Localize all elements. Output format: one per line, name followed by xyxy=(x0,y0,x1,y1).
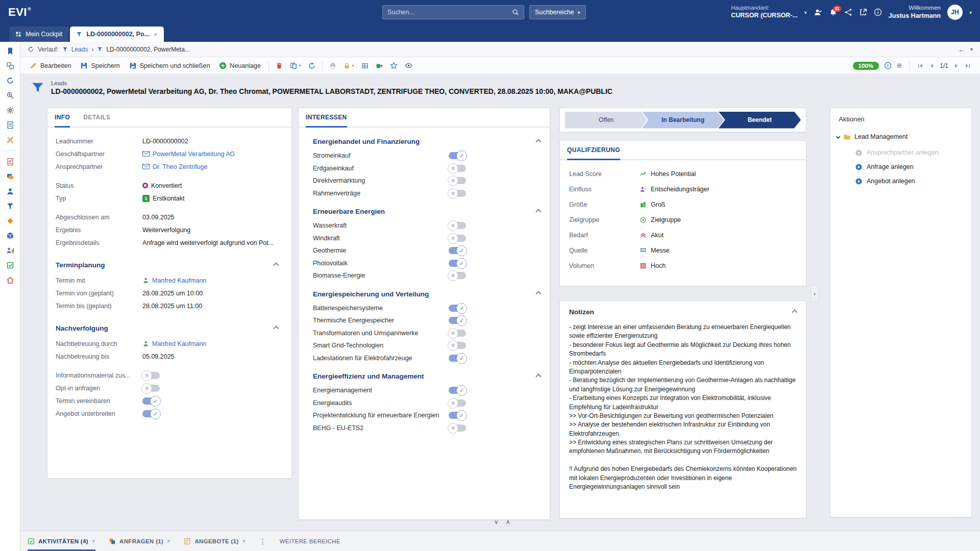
toggle-windkraft[interactable] xyxy=(449,235,466,242)
scroll-down-icon[interactable]: ∨ xyxy=(494,518,499,525)
save-close-button[interactable]: Speichern und schließen xyxy=(125,59,214,72)
search-config-icon[interactable] xyxy=(6,91,14,99)
collapse-icon[interactable] xyxy=(792,309,797,315)
bookmark-icon[interactable] xyxy=(6,47,14,55)
collapse-icon[interactable] xyxy=(273,262,279,268)
toggle-photovoltaik[interactable] xyxy=(449,260,466,267)
toggle-energiemanagement[interactable] xyxy=(449,387,466,394)
section-nachverfolgung[interactable]: Nachverfolgung xyxy=(56,324,282,332)
collapse-icon[interactable] xyxy=(535,373,541,379)
client-selector[interactable]: Hauptmandant: CURSOR (CURSOR-... xyxy=(731,5,798,19)
breadcrumb-current[interactable]: LD-0000000002, PowerMeta... xyxy=(106,46,189,53)
toggle-behg[interactable] xyxy=(449,424,466,432)
search-areas-button[interactable]: Suchbereiche ▾ xyxy=(529,5,585,19)
action-ansprechpartner-anlegen[interactable]: Ansprechpartner anlegen xyxy=(855,145,965,160)
report-icon[interactable] xyxy=(6,121,14,129)
settings-gear-icon[interactable] xyxy=(6,106,14,114)
tab-mein-cockpit[interactable]: Mein Cockpit xyxy=(9,27,68,42)
section-energiehandel[interactable]: Energiehandel und Finanzierung xyxy=(313,138,542,145)
panel-expander[interactable]: › xyxy=(811,285,819,302)
export-button[interactable] xyxy=(373,59,386,72)
tab-interessen[interactable]: INTERESSEN xyxy=(306,108,347,128)
nachbetreuung-link[interactable]: Manfred Kaufmann xyxy=(152,340,206,347)
toggle-biomasse[interactable] xyxy=(449,272,466,279)
new-record-button[interactable]: Neuanlage xyxy=(215,59,264,72)
geschaeftspartner-link[interactable]: PowerMetal Verarbeitung AG xyxy=(153,151,235,158)
share-icon[interactable] xyxy=(844,8,852,16)
history-icon[interactable] xyxy=(28,46,34,53)
tab-details[interactable]: DETAILS xyxy=(83,108,110,127)
termin-mit-link[interactable]: Manfred Kaufmann xyxy=(152,277,206,284)
leads-funnel-icon[interactable] xyxy=(6,202,14,210)
opportunity-diamond-icon[interactable] xyxy=(6,217,14,225)
delete-button[interactable] xyxy=(273,59,286,72)
save-button[interactable]: Speichern xyxy=(76,59,124,72)
table-view-button[interactable] xyxy=(358,59,372,72)
toggle-batteriespeicher[interactable] xyxy=(449,305,466,312)
tools-icon[interactable] xyxy=(6,136,14,144)
tasks-check-icon[interactable] xyxy=(6,261,14,269)
home-alert-icon[interactable] xyxy=(6,276,14,284)
action-angebot-anlegen[interactable]: Angebot anlegen xyxy=(855,174,965,188)
ansprechpartner-link[interactable]: Dr. Theo Zentrifuge xyxy=(153,163,207,170)
products-box-icon[interactable] xyxy=(6,232,14,240)
visibility-eye-icon[interactable] xyxy=(402,59,415,72)
user-status-icon[interactable] xyxy=(814,8,822,17)
section-terminplanung[interactable]: Terminplanung xyxy=(56,261,282,269)
toggle-termin-vereinbaren[interactable] xyxy=(142,397,160,405)
toggle-geothermie[interactable] xyxy=(449,247,466,254)
step-offen[interactable]: Offen xyxy=(565,112,647,129)
toggle-transformatoren[interactable] xyxy=(449,330,466,337)
chevron-down-icon[interactable]: ▾ xyxy=(969,10,972,15)
avatar[interactable]: JH xyxy=(947,5,963,20)
toggle-wasserkraft[interactable] xyxy=(449,222,466,229)
section-energiespeicherung[interactable]: Energiespeicherung und Verteilung xyxy=(313,290,542,298)
toggle-smart-grid[interactable] xyxy=(449,342,466,349)
search-icon[interactable] xyxy=(512,9,519,16)
edit-button[interactable]: Bearbeiten xyxy=(26,59,75,72)
more-tabs-icon[interactable]: ⋮ xyxy=(259,537,266,545)
action-anfrage-anlegen[interactable]: Anfrage anlegen xyxy=(855,160,965,174)
close-icon[interactable]: × xyxy=(154,31,158,38)
chevron-down-icon[interactable]: ▾ xyxy=(804,10,807,15)
toggle-angebot-unterbreiten[interactable] xyxy=(142,410,160,417)
tree-lead-management[interactable]: Lead Management xyxy=(837,130,965,143)
global-search-box[interactable] xyxy=(382,5,524,19)
person-icon[interactable] xyxy=(6,187,14,195)
toggle-projektentwicklung[interactable] xyxy=(449,412,466,419)
collapse-icon[interactable] xyxy=(535,209,541,214)
close-icon[interactable]: × xyxy=(167,538,170,545)
step-beendet[interactable]: Beendet xyxy=(719,112,801,129)
open-window-icon[interactable] xyxy=(859,8,867,16)
contacts-icon[interactable] xyxy=(6,172,14,181)
collapse-icon[interactable] xyxy=(273,325,279,331)
toggle-energieaudits[interactable] xyxy=(449,399,466,407)
bottom-tab-anfragen[interactable]: ANFRAGEN (1) × xyxy=(109,531,170,551)
toggle-erdgaseinkauf[interactable] xyxy=(449,165,466,172)
envelope-icon[interactable] xyxy=(142,164,150,169)
search-input[interactable] xyxy=(387,9,512,16)
step-in-bearbeitung[interactable]: In Bearbeitung xyxy=(642,112,724,129)
toggle-direktvermarktung[interactable] xyxy=(449,177,466,184)
toggle-stromeinkauf[interactable] xyxy=(449,152,466,159)
chevron-down-icon[interactable]: ▾ xyxy=(970,46,973,52)
tab-info[interactable]: INFO xyxy=(55,108,70,128)
back-icon[interactable]: ← xyxy=(958,45,965,54)
info-icon[interactable] xyxy=(874,8,882,16)
notizen-header[interactable]: Notizen xyxy=(569,308,797,316)
bottom-tab-aktivitaeten[interactable]: AKTIVITÄTEN (4) × xyxy=(28,531,95,551)
toggle-rahmenvertraege[interactable] xyxy=(449,190,466,197)
lock-button[interactable]: ▾ xyxy=(340,59,357,72)
collapse-icon[interactable] xyxy=(535,291,541,296)
menu-icon[interactable]: ≡ xyxy=(897,61,901,70)
last-page-icon[interactable] xyxy=(965,63,971,69)
chevron-down-icon[interactable] xyxy=(836,135,840,139)
close-icon[interactable]: × xyxy=(242,538,246,545)
copy-button[interactable]: ▾ xyxy=(287,59,304,72)
tab-lead-record[interactable]: LD-0000000002, Po... × xyxy=(70,27,163,42)
weitere-bereiche[interactable]: WEITERE BEREICHE xyxy=(280,538,340,544)
info-icon[interactable] xyxy=(884,62,892,69)
scroll-up-icon[interactable]: ∧ xyxy=(506,518,510,525)
first-page-icon[interactable] xyxy=(917,63,923,69)
toggle-informationsmaterial[interactable] xyxy=(142,372,160,379)
